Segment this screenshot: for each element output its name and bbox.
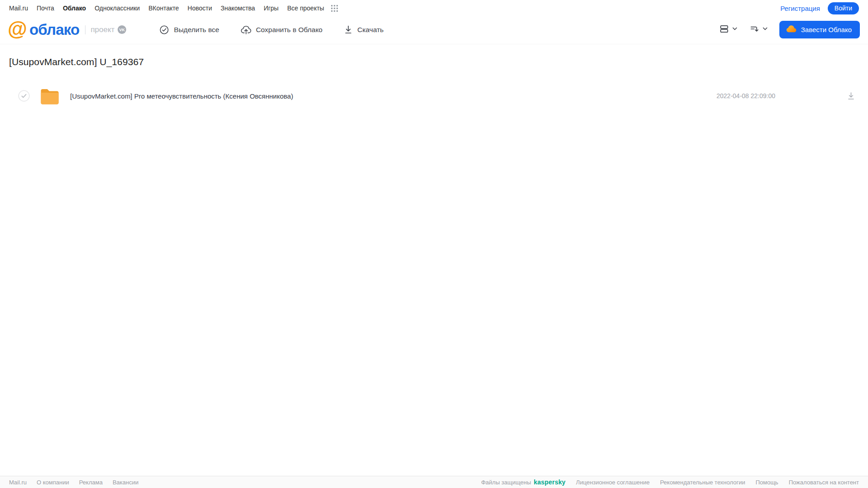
sort-dropdown[interactable] [749,24,768,36]
view-mode-dropdown[interactable] [719,24,738,36]
portal-link-cloud[interactable]: Облако [63,5,86,12]
main-content: [UsupovMarket.com] U_169367 [UsupovMarke… [0,44,868,109]
footer-link-help[interactable]: Помощь [755,479,778,486]
footer-link-about[interactable]: О компании [37,479,69,486]
cloud-logo[interactable]: @ облако проект VK [8,21,126,38]
kaspersky-logo[interactable]: kaspersky [534,479,565,486]
cloud-header: @ облако проект VK Выделить все Сохранит… [0,15,868,44]
sort-icon [749,24,760,36]
save-to-cloud-button[interactable]: Сохранить в Облако [241,25,323,35]
register-link[interactable]: Регистрация [780,5,820,12]
cloud-upload-icon [241,25,251,35]
portal-link-odnoklassniki[interactable]: Одноклассники [95,5,140,12]
footer-link-mailru[interactable]: Mail.ru [9,479,27,486]
circle-check-icon [159,25,169,35]
list-view-icon [719,24,730,36]
file-name-link[interactable]: [UsupovMarket.com] Pro метеочувствительн… [70,92,293,100]
vk-badge-icon: VK [118,25,126,34]
chevron-down-icon [731,25,738,34]
portal-link-dating[interactable]: Знакомства [221,5,255,12]
folder-icon [40,88,60,104]
portal-link-vkontakte[interactable]: ВКонтакте [148,5,179,12]
logo-project-label: проект [90,25,114,34]
portal-link-mailru[interactable]: Mail.ru [9,5,28,12]
header-right-controls: Завести Облако [719,21,860,38]
portal-link-all-projects[interactable]: Все проекты [287,5,324,12]
file-modified-date: 2022-04-08 22:09:00 [716,92,775,99]
save-to-cloud-label: Сохранить в Облако [256,26,323,34]
footer-link-ads[interactable]: Реклама [79,479,103,486]
chevron-down-icon [762,25,768,34]
cloud-colored-icon [786,25,797,34]
get-cloud-button[interactable]: Завести Облако [779,21,860,38]
cloud-brand-text: облако [29,21,79,38]
files-protected-label: Файлы защищены kaspersky [481,479,566,486]
portal-link-mail[interactable]: Почта [37,5,54,12]
row-download-icon[interactable] [847,92,855,100]
footer-link-jobs[interactable]: Вакансии [113,479,138,486]
download-label: Скачать [357,26,384,34]
page-title: [UsupovMarket.com] U_169367 [9,57,868,67]
portal-nav: Mail.ru Почта Облако Одноклассники ВКонт… [0,0,868,15]
apps-grid-icon[interactable] [331,5,338,12]
download-button[interactable]: Скачать [344,25,384,34]
action-toolbar: Выделить все Сохранить в Облако Скачать [159,25,384,35]
portal-link-news[interactable]: Новости [188,5,212,12]
logo-divider [85,25,85,34]
footer-link-license[interactable]: Лицензионное соглашение [576,479,650,486]
mailru-at-icon: @ [8,20,27,38]
select-all-button[interactable]: Выделить все [159,25,219,35]
footer-right-links: Файлы защищены kaspersky Лицензионное со… [481,479,859,486]
get-cloud-label: Завести Облако [801,26,852,33]
login-button[interactable]: Войти [828,2,859,14]
portal-link-games[interactable]: Игры [264,5,279,12]
row-checkbox[interactable] [18,90,30,102]
footer: Mail.ru О компании Реклама Вакансии Файл… [0,476,868,488]
footer-link-report-content[interactable]: Пожаловаться на контент [789,479,859,486]
portal-auth: Регистрация Войти [780,2,859,14]
file-row[interactable]: [UsupovMarket.com] Pro метеочувствительн… [9,83,868,109]
protected-by-text: Файлы защищены [481,479,531,486]
download-icon [344,25,353,34]
footer-left-links: Mail.ru О компании Реклама Вакансии [9,479,138,486]
select-all-label: Выделить все [174,26,219,34]
footer-link-recommendation-tech[interactable]: Рекомендательные технологии [660,479,745,486]
